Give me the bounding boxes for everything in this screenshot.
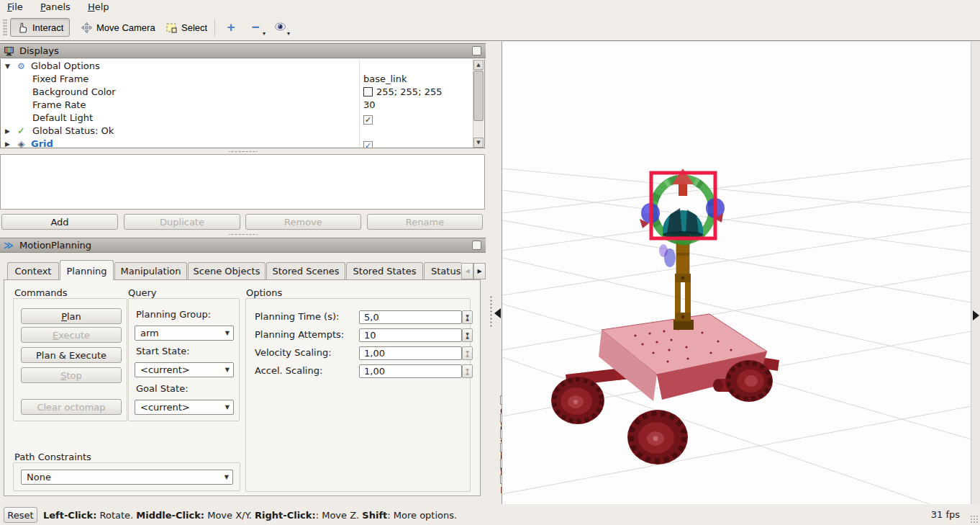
default-light-checkbox[interactable]: ✓ [363, 115, 373, 125]
interact-tool-label: Interact [32, 22, 63, 33]
tree-row-grid[interactable]: ▶ ◈ Grid ✓ [1, 138, 472, 148]
add-display-button[interactable]: Add [1, 214, 118, 230]
interact-tool-button[interactable]: Interact [10, 18, 70, 37]
tab-status[interactable]: Status [424, 262, 461, 280]
reset-button[interactable]: Reset [4, 507, 37, 523]
monitor-icon [4, 46, 15, 56]
duplicate-display-button[interactable]: Duplicate [124, 214, 240, 230]
planning-time-label: Planning Time (s): [255, 311, 339, 322]
status-bar: Reset Left-Click: Rotate. Middle-Click: … [0, 504, 980, 525]
tree-row-frame-rate[interactable]: Frame Rate 30 [1, 99, 472, 112]
velocity-scaling-label: Velocity Scaling: [255, 347, 332, 358]
scroll-down-icon[interactable]: ▼ [473, 138, 484, 148]
collapsed-right-panel[interactable] [971, 42, 980, 525]
tab-clip: Context Planning Manipulation Scene Obje… [0, 259, 461, 280]
tab-manipulation[interactable]: Manipulation [114, 262, 187, 280]
collapse-panel-right-icon[interactable] [973, 310, 979, 320]
render-viewport-3d[interactable] [502, 42, 971, 504]
clear-octomap-button[interactable]: Clear octomap [21, 399, 122, 415]
remove-display-button[interactable]: Remove [245, 214, 361, 230]
main-splitter[interactable] [486, 42, 502, 504]
plan-and-execute-button[interactable]: Plan & Execute [21, 347, 122, 363]
window-resize-grip[interactable] [970, 515, 979, 524]
tree-row-default-light[interactable]: Default Light ✓ [1, 112, 472, 125]
tree-scrollbar[interactable]: ▲ ▼ [473, 60, 484, 148]
spin-down-icon[interactable]: ▼ [463, 346, 472, 358]
grid-display-icon: ◈ [16, 138, 27, 148]
path-constraints-heading: Path Constraints [14, 452, 91, 462]
velocity-scaling-input[interactable]: 1,00 ▲▼ [359, 346, 462, 360]
path-constraints-groupbox: None ▼ [13, 462, 240, 491]
add-tool-button[interactable]: + [220, 18, 242, 37]
expander-open-icon[interactable]: ▼ [5, 60, 14, 73]
tab-context[interactable]: Context [7, 262, 59, 280]
chevron-down-icon: ▼ [225, 400, 230, 414]
planning-group-dropdown[interactable]: arm ▼ [135, 326, 234, 341]
rename-display-button[interactable]: Rename [367, 214, 483, 230]
start-state-dropdown[interactable]: <current> ▼ [135, 362, 234, 377]
tab-scroll-left-icon[interactable]: ◀ [461, 263, 473, 279]
grid-enabled-checkbox[interactable]: ✓ [363, 141, 373, 148]
expander-closed-icon[interactable]: ▶ [5, 125, 14, 138]
visibility-tool-button[interactable]: ▾ [269, 18, 291, 37]
toolbar-drag-handle[interactable] [3, 19, 7, 36]
tree-row-background-color[interactable]: Background Color 255; 255; 255 [1, 86, 472, 99]
planning-time-input[interactable]: 5,0 ▲▼ [359, 310, 462, 324]
check-status-icon: ✓ [16, 125, 27, 138]
splitter-handle[interactable] [229, 150, 258, 153]
scroll-up-icon[interactable]: ▲ [473, 60, 484, 70]
expander-closed-icon[interactable]: ▶ [5, 138, 14, 148]
select-tool-button[interactable]: Select [159, 18, 214, 37]
options-groupbox: Planning Time (s): 5,0 ▲▼ Planning Attem… [245, 298, 471, 492]
collapse-panel-left-icon[interactable] [494, 308, 501, 318]
select-tool-label: Select [181, 22, 207, 33]
spinner-buttons[interactable]: ▲▼ [462, 364, 473, 378]
scrollbar-thumb[interactable] [473, 71, 484, 121]
plan-button[interactable]: Plan [21, 308, 122, 324]
tab-planning[interactable]: Planning [60, 260, 114, 280]
menu-file[interactable]: File [0, 0, 30, 14]
background-color-value[interactable]: 255; 255; 255 [363, 86, 442, 99]
motion-arrows-icon: ≫ [4, 241, 15, 251]
tab-stored-scenes[interactable]: Stored Scenes [266, 262, 345, 280]
spinner-buttons[interactable]: ▲▼ [462, 328, 473, 342]
panel-float-button[interactable] [472, 241, 481, 250]
color-swatch[interactable] [363, 87, 373, 97]
spin-down-icon[interactable]: ▼ [463, 328, 472, 340]
move-camera-tool-button[interactable]: Move Camera [74, 18, 162, 37]
displays-tree[interactable]: ▼ ⚙ Global Options Fixed Frame base_link… [0, 59, 485, 148]
goal-state-dropdown[interactable]: <current> ▼ [135, 400, 234, 415]
frame-rate-value[interactable]: 30 [363, 99, 376, 112]
execute-button[interactable]: Execute [21, 327, 122, 343]
tree-row-global-options[interactable]: ▼ ⚙ Global Options [1, 60, 472, 73]
spinner-buttons[interactable]: ▲▼ [462, 346, 473, 360]
tab-scroll-right-icon[interactable]: ▶ [473, 263, 486, 279]
stop-button[interactable]: Stop [21, 367, 122, 383]
tree-row-global-status[interactable]: ▶ ✓ Global Status: Ok [1, 125, 472, 138]
spinner-buttons[interactable]: ▲▼ [462, 310, 473, 324]
panel-float-button[interactable] [472, 46, 481, 55]
splitter-handle[interactable] [229, 233, 258, 236]
tab-stored-states[interactable]: Stored States [346, 262, 423, 280]
tree-label: Default Light [32, 112, 93, 125]
tab-scene-objects[interactable]: Scene Objects [188, 262, 266, 280]
remove-tool-button[interactable]: − ▾ [245, 18, 266, 37]
displays-panel-titlebar[interactable]: Displays [0, 43, 486, 58]
menu-panels[interactable]: Panels [33, 0, 78, 14]
motionplanning-tabbar: Context Planning Manipulation Scene Obje… [0, 259, 486, 280]
planning-time-value: 5,0 [364, 312, 379, 323]
path-constraints-dropdown[interactable]: None ▼ [21, 470, 233, 485]
commands-groupbox: Plan Execute Plan & Execute Stop Clear o… [13, 298, 127, 421]
spin-down-icon[interactable]: ▼ [463, 364, 472, 376]
chevron-down-icon[interactable]: ▾ [287, 30, 290, 37]
menu-help[interactable]: Help [81, 0, 117, 14]
chevron-down-icon[interactable]: ▾ [263, 30, 266, 37]
tree-label: Grid [31, 138, 53, 148]
fixed-frame-value[interactable]: base_link [363, 73, 407, 86]
accel-scaling-input[interactable]: 1,00 ▲▼ [359, 364, 462, 378]
scene-canvas [502, 42, 971, 504]
planning-attempts-input[interactable]: 10 ▲▼ [359, 328, 462, 342]
tree-row-fixed-frame[interactable]: Fixed Frame base_link [1, 73, 472, 86]
motionplanning-panel-titlebar[interactable]: ≫ MotionPlanning [0, 238, 486, 253]
spin-down-icon[interactable]: ▼ [463, 310, 472, 322]
